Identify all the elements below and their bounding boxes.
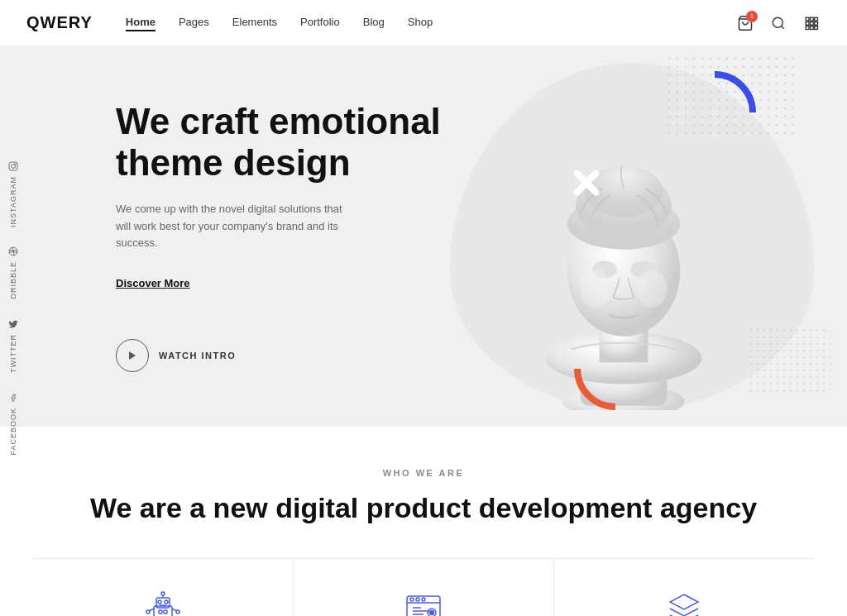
feature-cards: Endless Possibilities: [33, 558, 814, 616]
svg-point-49: [416, 598, 419, 601]
svg-rect-4: [811, 17, 814, 21]
header: QWERY Home Pages Elements Portfolio Blog…: [0, 0, 847, 46]
cart-badge: 1: [746, 11, 758, 22]
nav-blog[interactable]: Blog: [363, 16, 385, 30]
hero-section: We craft emotional theme design We come …: [0, 46, 847, 427]
svg-marker-57: [670, 595, 698, 609]
svg-point-14: [15, 163, 16, 164]
svg-rect-7: [811, 21, 814, 25]
svg-rect-36: [159, 610, 162, 614]
svg-rect-8: [815, 21, 818, 25]
svg-point-27: [581, 270, 612, 308]
hero-visual: [384, 46, 847, 427]
main-nav: Home Pages Elements Portfolio Blog Shop: [126, 16, 736, 30]
svg-rect-5: [815, 17, 818, 21]
sidebar-social: Instagram Dribble Twitter Facebook: [0, 148, 26, 469]
svg-rect-12: [9, 162, 17, 170]
svg-point-28: [636, 270, 668, 308]
svg-rect-10: [811, 26, 814, 29]
section-tag: WHO WE ARE: [33, 468, 814, 478]
svg-point-33: [158, 600, 161, 604]
discover-more-button[interactable]: Discover More: [116, 277, 190, 289]
svg-rect-3: [806, 17, 809, 21]
svg-rect-9: [806, 26, 809, 29]
social-dribble[interactable]: Dribble: [8, 246, 18, 299]
svg-point-56: [430, 610, 434, 614]
statue-image: [467, 63, 781, 410]
hero-description: We come up with the novel digital soluti…: [116, 201, 347, 252]
svg-point-39: [146, 610, 150, 614]
svg-rect-6: [806, 21, 809, 25]
nav-pages[interactable]: Pages: [179, 16, 209, 30]
layers-icon: [661, 585, 707, 616]
cart-icon[interactable]: 1: [736, 14, 754, 32]
svg-rect-46: [407, 596, 440, 616]
svg-point-1: [773, 17, 782, 27]
card-free-updates: Free Updates & Support: [554, 559, 814, 616]
nav-home[interactable]: Home: [126, 16, 156, 30]
robot-icon: [140, 585, 186, 616]
watch-label: WATCH INTRO: [159, 351, 236, 361]
nav-portfolio[interactable]: Portfolio: [300, 16, 340, 30]
main-content: We craft emotional theme design We come …: [0, 0, 847, 616]
svg-point-32: [161, 592, 165, 595]
nav-elements[interactable]: Elements: [232, 16, 277, 30]
svg-point-41: [176, 610, 179, 614]
social-facebook[interactable]: Facebook: [8, 393, 18, 456]
svg-rect-11: [815, 26, 818, 29]
svg-point-34: [165, 600, 168, 604]
svg-line-2: [781, 26, 783, 28]
facebook-label: Facebook: [9, 408, 17, 456]
card-super-clean-code: Super Clean Code: [294, 559, 554, 616]
card-endless-possibilities: Endless Possibilities: [33, 559, 294, 616]
logo: QWERY: [26, 13, 93, 32]
hero-content: We craft emotional theme design We come …: [116, 101, 447, 373]
x-mark-decoration: [566, 162, 607, 203]
svg-point-48: [410, 598, 414, 601]
play-icon: [116, 339, 149, 372]
twitter-label: Twitter: [9, 334, 17, 373]
header-icons: 1: [736, 14, 821, 32]
dribble-label: Dribble: [9, 261, 17, 299]
svg-point-50: [422, 598, 425, 601]
section-title: We are a new digital product development…: [33, 491, 814, 525]
grid-icon[interactable]: [802, 14, 821, 32]
about-section: WHO WE ARE We are a new digital product …: [0, 427, 847, 616]
social-instagram[interactable]: Instagram: [8, 161, 18, 227]
search-icon[interactable]: [769, 14, 787, 32]
svg-rect-37: [164, 610, 167, 614]
social-twitter[interactable]: Twitter: [8, 319, 18, 373]
instagram-label: Instagram: [9, 176, 17, 227]
nav-shop[interactable]: Shop: [408, 16, 433, 30]
svg-point-13: [12, 164, 16, 168]
window-icon: [400, 585, 447, 616]
watch-intro-button[interactable]: WATCH INTRO: [116, 339, 447, 372]
hero-title: We craft emotional theme design: [116, 101, 447, 184]
